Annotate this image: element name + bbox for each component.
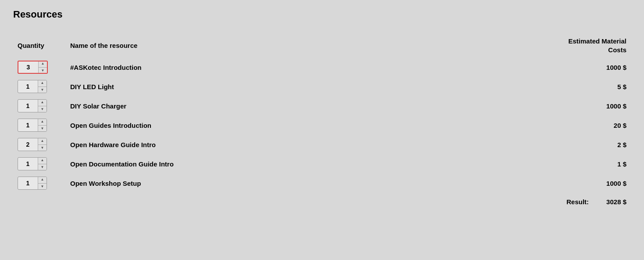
quantity-stepper[interactable]: ▲▼: [18, 157, 47, 170]
resource-cost-cell: 20 $: [517, 116, 631, 135]
col-header-name: Name of the resource: [66, 33, 517, 58]
resource-name-cell: DIY LED Light: [66, 77, 517, 96]
quantity-stepper[interactable]: ▲▼: [18, 61, 48, 74]
resources-table: Quantity Name of the resource Estimated …: [13, 33, 631, 209]
quantity-stepper[interactable]: ▲▼: [18, 119, 47, 132]
result-row: Result:3028 $: [13, 193, 631, 209]
quantity-cell: ▲▼: [13, 116, 66, 135]
quantity-input[interactable]: [18, 160, 38, 167]
quantity-increment-button[interactable]: ▲: [38, 99, 47, 106]
quantity-decrement-button[interactable]: ▼: [38, 145, 47, 152]
table-row: ▲▼DIY Solar Charger1000 $: [13, 96, 631, 116]
quantity-input[interactable]: [18, 64, 38, 71]
table-row: ▲▼Open Documentation Guide Intro1 $: [13, 154, 631, 173]
quantity-decrement-button[interactable]: ▼: [38, 164, 47, 171]
table-row: ▲▼Open Hardware Guide Intro2 $: [13, 135, 631, 154]
page-title: Resources: [13, 9, 631, 20]
resource-cost-cell: 2 $: [517, 135, 631, 154]
quantity-decrement-button[interactable]: ▼: [38, 106, 47, 113]
quantity-cell: ▲▼: [13, 96, 66, 116]
quantity-stepper[interactable]: ▲▼: [18, 177, 47, 190]
resource-cost-cell: 1 $: [517, 154, 631, 173]
quantity-cell: ▲▼: [13, 135, 66, 154]
table-row: ▲▼DIY LED Light5 $: [13, 77, 631, 96]
quantity-stepper[interactable]: ▲▼: [18, 138, 47, 151]
page-container: Resources Quantity Name of the resource …: [13, 9, 631, 209]
quantity-increment-button[interactable]: ▲: [38, 80, 47, 87]
quantity-increment-button[interactable]: ▲: [38, 157, 47, 164]
quantity-cell: ▲▼: [13, 173, 66, 193]
resource-name-cell: Open Documentation Guide Intro: [66, 154, 517, 173]
quantity-increment-button[interactable]: ▲: [38, 119, 47, 126]
col-header-cost: Estimated MaterialCosts: [517, 33, 631, 58]
quantity-input[interactable]: [18, 122, 38, 129]
quantity-cell: ▲▼: [13, 58, 66, 77]
resource-cost-cell: 1000 $: [517, 173, 631, 193]
quantity-increment-button[interactable]: ▲: [39, 61, 47, 68]
quantity-input[interactable]: [18, 141, 38, 148]
resource-name-cell: Open Workshop Setup: [66, 173, 517, 193]
resource-cost-cell: 1000 $: [517, 58, 631, 77]
quantity-decrement-button[interactable]: ▼: [38, 126, 47, 132]
resource-cost-cell: 5 $: [517, 77, 631, 96]
quantity-decrement-button[interactable]: ▼: [38, 87, 47, 94]
table-row: ▲▼#ASKotec Introduction1000 $: [13, 58, 631, 77]
quantity-cell: ▲▼: [13, 154, 66, 173]
result-content-cell: Result:3028 $: [66, 193, 631, 209]
quantity-increment-button[interactable]: ▲: [38, 177, 47, 184]
table-row: ▲▼Open Workshop Setup1000 $: [13, 173, 631, 193]
table-row: ▲▼Open Guides Introduction20 $: [13, 116, 631, 135]
quantity-input[interactable]: [18, 83, 38, 90]
quantity-stepper[interactable]: ▲▼: [18, 80, 47, 93]
quantity-cell: ▲▼: [13, 77, 66, 96]
resource-name-cell: #ASKotec Introduction: [66, 58, 517, 77]
resource-name-cell: DIY Solar Charger: [66, 96, 517, 116]
quantity-decrement-button[interactable]: ▼: [39, 68, 47, 74]
col-header-quantity: Quantity: [13, 33, 66, 58]
quantity-increment-button[interactable]: ▲: [38, 138, 47, 145]
result-label: Result:: [566, 198, 606, 206]
resource-cost-cell: 1000 $: [517, 96, 631, 116]
resource-name-cell: Open Guides Introduction: [66, 116, 517, 135]
result-value: 3028 $: [606, 198, 626, 206]
quantity-input[interactable]: [18, 180, 38, 187]
quantity-stepper[interactable]: ▲▼: [18, 99, 47, 112]
resource-name-cell: Open Hardware Guide Intro: [66, 135, 517, 154]
result-empty-qty: [13, 193, 66, 209]
quantity-decrement-button[interactable]: ▼: [38, 184, 47, 190]
quantity-input[interactable]: [18, 102, 38, 109]
